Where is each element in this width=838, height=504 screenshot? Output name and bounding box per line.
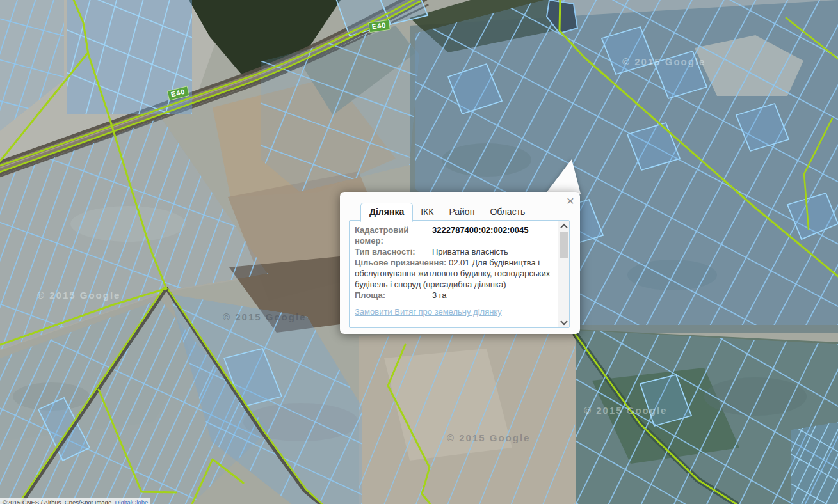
attribution-text: ©2015 CNES / Airbus, Cnes/Spot Image, [3,499,113,504]
cadastral-map-app: { "map": { "road_shields": [ {"label": "… [0,0,838,504]
popup-pointer [540,156,586,194]
field-label: Кадастровий номер: [355,224,432,246]
field-area: Площа: 3 га [355,290,556,301]
scrollbar[interactable] [558,221,569,327]
field-ownership-type: Тип власності: Приватна власність [355,246,556,257]
tab-ikk[interactable]: ІКК [413,203,441,221]
map-attribution: ©2015 CNES / Airbus, Cnes/Spot Image, Di… [0,498,150,504]
popup-tabs: Ділянка ІКК Район Область [360,203,533,221]
tab-dilyanka[interactable]: Ділянка [360,203,413,222]
scroll-up-icon[interactable] [558,221,569,231]
parcel-info-popup: × Ділянка ІКК Район Область Кадастровий … [340,192,580,334]
scrollbar-thumb[interactable] [560,232,568,258]
attribution-link[interactable]: DigitalGlobe [115,499,148,504]
parcel-info-panel: Кадастровий номер: 3222787400:02:002:004… [349,220,570,328]
order-extract-valuation-link[interactable]: Замовити Витяг про нормативну грошову оц… [355,325,556,327]
scroll-down-icon[interactable] [558,317,569,327]
order-extract-parcel-link[interactable]: Замовити Витяг про земельну ділянку [355,306,556,317]
parcel-details: Кадастровий номер: 3222787400:02:002:004… [350,221,558,327]
field-value: Приватна власність [432,246,508,257]
field-label: Цільове призначення: [355,258,446,267]
field-value: 3 га [432,290,447,301]
tab-oblast[interactable]: Область [482,203,533,221]
field-label: Тип власності: [355,246,432,257]
tab-rayon[interactable]: Район [441,203,482,221]
field-cadastral-number: Кадастровий номер: 3222787400:02:002:004… [355,224,556,246]
field-label: Площа: [355,290,432,301]
cadastral-map-viewport: © 2015 Google © 2015 Google © 2015 Googl… [0,0,838,504]
field-value: 3222787400:02:002:0045 [432,224,528,246]
field-designated-purpose: Цільове призначення: 02.01 Для будівницт… [355,257,556,290]
close-icon[interactable]: × [567,194,574,207]
